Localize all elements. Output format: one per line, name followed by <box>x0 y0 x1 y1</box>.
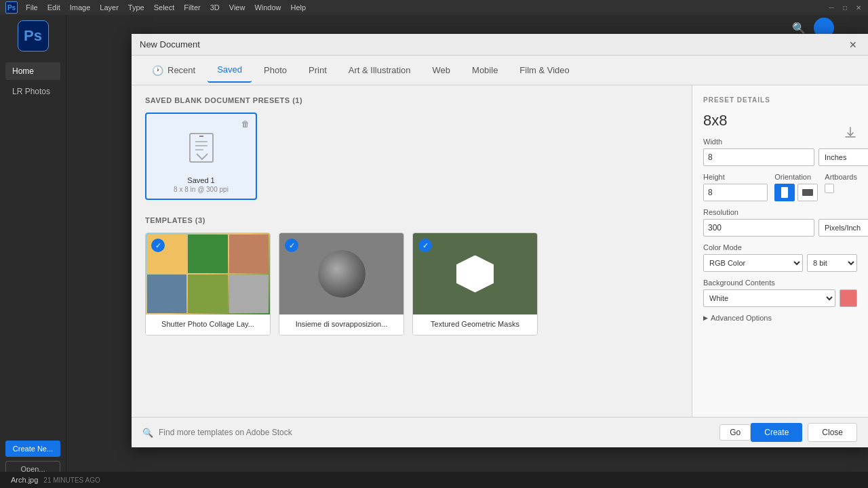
bg-contents-select[interactable]: White Black Background Color Transparent… <box>703 289 835 307</box>
title-bar: Ps FileEditImageLayerTypeSelectFilter3DV… <box>0 0 868 15</box>
bg-contents-field-group: Background Contents White Black Backgrou… <box>703 279 857 307</box>
menu-item-select[interactable]: Select <box>150 2 179 13</box>
menu-item-window[interactable]: Window <box>250 2 285 13</box>
preset-card-saved1[interactable]: 🗑 <box>145 113 257 200</box>
thumb-cell-5 <box>188 274 227 313</box>
menu-bar: FileEditImageLayerTypeSelectFilter3DView… <box>22 2 310 13</box>
menu-item-view[interactable]: View <box>225 2 250 13</box>
resolution-row: Pixels/Inch Pixels/Centimeter <box>703 219 857 237</box>
recent-file-name: Arch.jpg <box>11 476 38 484</box>
recent-file-time: 21 MINUTES AGO <box>43 476 100 484</box>
ps-small-icon: Ps <box>5 1 18 14</box>
preset-size: 8 x 8 in @ 300 ppi <box>174 186 229 193</box>
maximize-button[interactable]: □ <box>841 3 849 12</box>
close-button[interactable]: ✕ <box>854 3 863 12</box>
width-field-group: Width Inches Pixels Centimeters Millimet… <box>703 138 857 166</box>
footer-buttons: Create Close <box>751 423 857 442</box>
width-input[interactable] <box>703 148 814 166</box>
orientation-label: Orientation <box>774 173 818 181</box>
tab-saved-label: Saved <box>217 64 242 75</box>
create-button[interactable]: Create <box>751 423 802 442</box>
bg-color-swatch[interactable] <box>840 289 857 307</box>
bg-contents-label: Background Contents <box>703 279 857 287</box>
template-card-shutter[interactable]: ✓ Shutter Photo Collage Lay... <box>145 232 271 336</box>
tab-film-video[interactable]: Film & Video <box>510 58 578 83</box>
resolution-unit-select[interactable]: Pixels/Inch Pixels/Centimeter <box>818 219 868 237</box>
minimize-button[interactable]: ─ <box>827 3 835 12</box>
color-mode-label: Color Mode <box>703 243 857 251</box>
tab-photo[interactable]: Photo <box>254 58 296 83</box>
tab-mobile[interactable]: Mobile <box>462 58 507 83</box>
template-card-insieme[interactable]: ✓ Insieme di sovrapposizion... <box>279 232 404 336</box>
saved-presets-header: SAVED BLANK DOCUMENT PRESETS (1) <box>145 96 678 104</box>
go-button[interactable]: Go <box>719 424 751 441</box>
tab-print[interactable]: Print <box>299 58 336 83</box>
dialog-close-button[interactable]: ✕ <box>846 38 860 52</box>
sidebar-nav: Home LR Photos <box>0 62 66 100</box>
advanced-options-label: Advanced Options <box>711 314 772 322</box>
tab-photo-label: Photo <box>264 65 287 75</box>
height-input[interactable] <box>703 184 768 201</box>
sidebar-item-home[interactable]: Home <box>5 62 60 80</box>
width-row: Inches Pixels Centimeters Millimeters <box>703 148 857 166</box>
ps-logo: Ps <box>18 20 49 52</box>
save-preset-button[interactable] <box>844 126 857 142</box>
tab-art-illustration[interactable]: Art & Illustration <box>339 58 420 83</box>
menu-item-filter[interactable]: Filter <box>180 2 204 13</box>
left-sidebar: Ps Home LR Photos Create Ne... Open... <box>0 15 66 488</box>
resolution-field-group: Resolution Pixels/Inch Pixels/Centimeter <box>703 208 857 237</box>
menu-item-type[interactable]: Type <box>124 2 149 13</box>
artboards-checkbox[interactable] <box>825 184 834 193</box>
menu-item-edit[interactable]: Edit <box>43 2 64 13</box>
insieme-circle <box>318 250 366 298</box>
templates-grid: ✓ Shutter Photo Collage Lay... <box>145 232 678 336</box>
resolution-label: Resolution <box>703 208 857 216</box>
width-unit-select[interactable]: Inches Pixels Centimeters Millimeters <box>818 148 868 166</box>
stock-search: 🔍 Go <box>142 424 751 441</box>
portrait-button[interactable] <box>774 184 795 201</box>
right-content: 🔍 New Document ✕ 🕐 Recent Saved <box>66 15 868 488</box>
close-dialog-button[interactable]: Close <box>808 423 857 442</box>
menu-item-3d[interactable]: 3D <box>206 2 224 13</box>
template-thumb-textured: ✓ <box>413 233 537 314</box>
right-panel: PRESET DETAILS 8x8 Width <box>692 85 868 417</box>
svg-rect-6 <box>802 189 813 196</box>
create-new-button[interactable]: Create Ne... <box>5 441 60 457</box>
landscape-button[interactable] <box>797 184 818 201</box>
sidebar-item-lr-photos[interactable]: LR Photos <box>5 83 60 100</box>
stock-search-icon: 🔍 <box>142 428 153 438</box>
recent-icon: 🕐 <box>152 65 163 76</box>
tab-film-video-label: Film & Video <box>519 65 569 75</box>
title-bar-left: Ps FileEditImageLayerTypeSelectFilter3DV… <box>5 1 310 14</box>
content-area: SAVED BLANK DOCUMENT PRESETS (1) 🗑 <box>132 85 692 417</box>
new-document-dialog: New Document ✕ 🕐 Recent Saved Photo <box>132 34 868 447</box>
thumb-cell-3 <box>229 235 269 273</box>
stock-search-input[interactable] <box>159 428 714 437</box>
resolution-input[interactable] <box>703 219 814 237</box>
menu-item-layer[interactable]: Layer <box>96 2 123 13</box>
bg-contents-row: White Black Background Color Transparent… <box>703 289 857 307</box>
tab-recent[interactable]: 🕐 Recent <box>142 58 205 83</box>
tab-web-label: Web <box>433 65 451 75</box>
menu-item-help[interactable]: Help <box>287 2 311 13</box>
advanced-options[interactable]: ▶ Advanced Options <box>703 314 857 322</box>
artboards-label: Artboards <box>825 173 857 181</box>
menu-item-file[interactable]: File <box>22 2 42 13</box>
preset-delete-button[interactable]: 🗑 <box>239 118 252 130</box>
tab-mobile-label: Mobile <box>472 65 498 75</box>
tab-web[interactable]: Web <box>423 58 460 83</box>
menu-item-image[interactable]: Image <box>66 2 95 13</box>
height-field-group: Height Orientation <box>703 173 857 201</box>
template-card-textured[interactable]: ✓ Textured Geometric Masks <box>412 232 538 336</box>
orientation-group <box>774 184 818 201</box>
template-check-textured: ✓ <box>418 239 432 252</box>
color-mode-field-group: Color Mode RGB Color CMYK Color Grayscal… <box>703 243 857 272</box>
tab-saved[interactable]: Saved <box>208 58 252 83</box>
presets-grid: 🗑 <box>145 113 678 200</box>
color-mode-select[interactable]: RGB Color CMYK Color Grayscale <box>703 254 803 272</box>
preset-details-title: PRESET DETAILS <box>703 96 857 104</box>
color-depth-select[interactable]: 8 bit 16 bit 32 bit <box>807 254 857 272</box>
thumb-cell-4 <box>147 274 186 313</box>
status-bar: Arch.jpg 21 MINUTES AGO <box>0 472 868 488</box>
dialog-title: New Document <box>140 39 200 49</box>
